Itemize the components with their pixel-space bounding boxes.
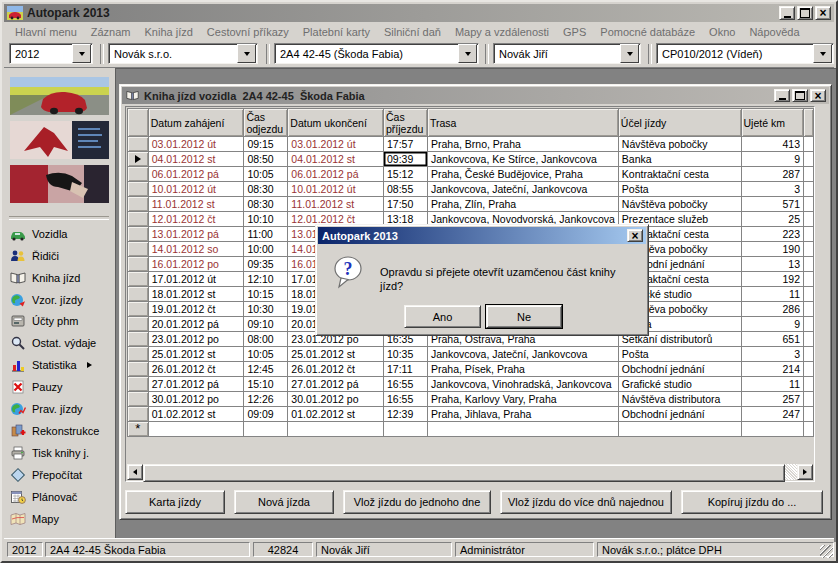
cell-arr[interactable]: 15:12 bbox=[384, 167, 428, 182]
row-selector[interactable] bbox=[128, 182, 149, 197]
sidebar-item-statistika[interactable]: Statistika bbox=[10, 355, 114, 375]
sidebar-item-rekonstrukce[interactable]: Rekonstrukce bbox=[10, 421, 114, 441]
cell-start[interactable]: 01.02.2012 st bbox=[148, 407, 244, 422]
cell-next-partial[interactable] bbox=[803, 272, 813, 287]
cell-km[interactable]: 190 bbox=[741, 242, 803, 257]
cell-route[interactable]: Praha, Písek, Praha bbox=[427, 362, 618, 377]
cell-km[interactable]: 287 bbox=[741, 167, 803, 182]
cell-dep[interactable]: 15:10 bbox=[244, 377, 288, 392]
cell-route[interactable]: Praha, Zlín, Praha bbox=[427, 197, 618, 212]
cell-end[interactable]: 04.01.2012 st bbox=[288, 152, 384, 167]
cell-dep[interactable]: 09:09 bbox=[244, 407, 288, 422]
cell-next-partial[interactable] bbox=[803, 227, 813, 242]
cell-next-partial[interactable] bbox=[803, 377, 813, 392]
chevron-down-icon[interactable] bbox=[237, 44, 256, 63]
empty-cell[interactable] bbox=[427, 422, 618, 437]
current-row-marker[interactable] bbox=[128, 152, 149, 167]
h-scrollbar-thumb[interactable] bbox=[143, 464, 785, 482]
driver-combo[interactable]: Novák Jiří bbox=[493, 43, 641, 64]
cell-purpose[interactable]: Banka bbox=[618, 152, 741, 167]
sidebar-item-vozidla[interactable]: Vozidla bbox=[10, 224, 114, 244]
col-header-ujete-km[interactable]: Ujeté km bbox=[741, 109, 803, 137]
cell-dep[interactable]: 12:45 bbox=[244, 362, 288, 377]
cell-km[interactable]: 571 bbox=[741, 197, 803, 212]
cell-end[interactable]: 03.01.2012 út bbox=[288, 137, 384, 152]
cell-dep[interactable]: 09:35 bbox=[244, 257, 288, 272]
child-maximize-button[interactable] bbox=[792, 89, 808, 102]
cell-start[interactable]: 25.01.2012 st bbox=[148, 347, 244, 362]
cell-purpose[interactable]: Obchodní jednání bbox=[618, 407, 741, 422]
cell-start[interactable]: 18.01.2012 st bbox=[148, 287, 244, 302]
cell-dep[interactable]: 10:00 bbox=[244, 242, 288, 257]
cell-start[interactable]: 27.01.2012 pá bbox=[148, 377, 244, 392]
cell-start[interactable]: 13.01.2012 pá bbox=[148, 227, 244, 242]
cell-start[interactable]: 12.01.2012 čt bbox=[148, 212, 244, 227]
menu-item-gps[interactable]: GPS bbox=[556, 26, 593, 38]
cell-km[interactable]: 3 bbox=[741, 347, 803, 362]
insert-trip-multiple-days-button[interactable]: Vlož jízdu do více dnů najednou bbox=[500, 490, 672, 514]
cell-dep[interactable]: 08:50 bbox=[244, 152, 288, 167]
cell-next-partial[interactable] bbox=[803, 302, 813, 317]
row-selector[interactable] bbox=[128, 362, 149, 377]
new-record-marker[interactable]: * bbox=[128, 422, 149, 437]
cell-dep[interactable]: 12:10 bbox=[244, 272, 288, 287]
year-combo[interactable]: 2012 bbox=[9, 43, 93, 64]
cell-km[interactable]: 214 bbox=[741, 362, 803, 377]
cell-km[interactable]: 223 bbox=[741, 227, 803, 242]
cell-start[interactable]: 26.01.2012 čt bbox=[148, 362, 244, 377]
sidebar-item-ucty-phm[interactable]: Účty phm bbox=[10, 311, 114, 331]
menu-item-hlavni-menu[interactable]: Hlavní menu bbox=[8, 26, 84, 38]
col-header-ucel-jizdy[interactable]: Účel jízdy bbox=[618, 109, 741, 137]
cell-arr[interactable]: 17:50 bbox=[384, 197, 428, 212]
cell-dep[interactable]: 08:30 bbox=[244, 182, 288, 197]
cell-next-partial[interactable] bbox=[803, 182, 813, 197]
cell-end[interactable]: 25.01.2012 st bbox=[288, 347, 384, 362]
row-selector[interactable] bbox=[128, 332, 149, 347]
cell-end[interactable]: 01.02.2012 st bbox=[288, 407, 384, 422]
cell-dep[interactable]: 10:05 bbox=[244, 347, 288, 362]
vehicle-combo[interactable]: 2A4 42-45 (Škoda Fabia) bbox=[274, 43, 479, 64]
sidebar-item-ridici[interactable]: Řidiči bbox=[10, 246, 114, 266]
trip-order-combo[interactable]: CP010/2012 (Vídeň) bbox=[656, 43, 834, 64]
cell-start[interactable]: 04.01.2012 st bbox=[148, 152, 244, 167]
menu-item-kniha-jizd[interactable]: Kniha jízd bbox=[138, 26, 200, 38]
cell-end[interactable]: 27.01.2012 pá bbox=[288, 377, 384, 392]
col-header-next-partial[interactable] bbox=[803, 109, 813, 137]
cell-start[interactable]: 19.01.2012 čt bbox=[148, 302, 244, 317]
cell-km[interactable]: 257 bbox=[741, 392, 803, 407]
company-combo[interactable]: Novák s.r.o. bbox=[108, 43, 258, 64]
cell-km[interactable]: 651 bbox=[741, 332, 803, 347]
empty-cell[interactable] bbox=[384, 422, 428, 437]
row-selector[interactable] bbox=[128, 197, 149, 212]
cell-end[interactable]: 10.01.2012 út bbox=[288, 182, 384, 197]
cell-arr[interactable]: 16:55 bbox=[384, 392, 428, 407]
empty-cell[interactable] bbox=[803, 422, 813, 437]
cell-start[interactable]: 11.01.2012 st bbox=[148, 197, 244, 212]
menu-item-platebni-karty[interactable]: Platební karty bbox=[296, 26, 377, 38]
cell-start[interactable]: 17.01.2012 út bbox=[148, 272, 244, 287]
row-selector[interactable] bbox=[128, 272, 149, 287]
empty-cell[interactable] bbox=[741, 422, 803, 437]
empty-cell[interactable] bbox=[618, 422, 741, 437]
close-button[interactable]: × bbox=[815, 6, 831, 20]
row-selector[interactable] bbox=[128, 392, 149, 407]
row-selector[interactable] bbox=[128, 377, 149, 392]
cell-end[interactable]: 26.01.2012 čt bbox=[288, 362, 384, 377]
cell-arr[interactable]: 17:11 bbox=[384, 362, 428, 377]
col-header-cas-odjezdu[interactable]: Čas odjezdu bbox=[244, 109, 288, 137]
sidebar-item-pauzy[interactable]: Pauzy bbox=[10, 377, 114, 397]
cell-route[interactable]: Praha, Jihlava, Praha bbox=[427, 407, 618, 422]
cell-end[interactable]: 11.01.2012 st bbox=[288, 197, 384, 212]
cell-start[interactable]: 23.01.2012 po bbox=[148, 332, 244, 347]
cell-dep[interactable]: 08:00 bbox=[244, 332, 288, 347]
cell-km[interactable]: 13 bbox=[741, 257, 803, 272]
cell-route[interactable]: Jankovcova, Ke Stírce, Jankovcova bbox=[427, 152, 618, 167]
cell-km[interactable]: 11 bbox=[741, 287, 803, 302]
cell-dep[interactable]: 09:15 bbox=[244, 137, 288, 152]
cell-dep[interactable]: 10:15 bbox=[244, 287, 288, 302]
cell-start[interactable]: 10.01.2012 út bbox=[148, 182, 244, 197]
empty-cell[interactable] bbox=[148, 422, 244, 437]
row-selector[interactable] bbox=[128, 347, 149, 362]
menu-item-pomocne-databaze[interactable]: Pomocné databáze bbox=[593, 26, 702, 38]
cell-route[interactable]: Praha, Brno, Praha bbox=[427, 137, 618, 152]
